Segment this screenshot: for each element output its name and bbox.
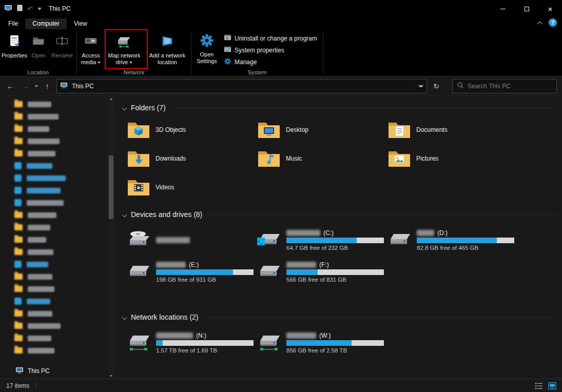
folder-item-videos[interactable]: Videos <box>122 173 252 202</box>
collapse-section-icon[interactable] <box>122 315 127 320</box>
rename-button[interactable]: Rename <box>49 30 75 68</box>
folder-name: Documents <box>416 126 448 133</box>
properties-quick-icon[interactable] <box>17 5 23 13</box>
folder-icon <box>127 120 150 141</box>
folder-item-downloads[interactable]: Downloads <box>122 144 252 173</box>
folder-item-documents[interactable]: Documents <box>382 115 513 144</box>
nav-item[interactable] <box>0 270 108 283</box>
group-label-system: System <box>192 69 322 75</box>
properties-button[interactable]: Properties <box>1 30 28 68</box>
this-pc-icon <box>15 367 24 376</box>
folder-icon <box>14 347 23 354</box>
network-drive-item-w[interactable]: (W:) 856 GB free of 2.58 TB <box>252 327 382 359</box>
nav-item[interactable] <box>0 307 108 320</box>
drive-item-dvd[interactable] <box>122 224 252 256</box>
tab-file[interactable]: File <box>1 18 25 29</box>
this-pc-label: This PC <box>28 367 50 375</box>
up-button[interactable]: ↑ <box>41 80 53 92</box>
nav-item[interactable] <box>0 135 108 147</box>
back-button[interactable]: ← <box>4 80 16 92</box>
tab-view[interactable]: View <box>67 18 94 29</box>
collapse-section-icon[interactable] <box>122 212 127 217</box>
dropdown-caret-icon <box>98 62 101 64</box>
nav-item[interactable] <box>0 209 108 221</box>
details-view-button[interactable] <box>534 381 544 390</box>
help-icon[interactable]: ? <box>549 18 557 27</box>
scroll-down-icon[interactable]: ▼ <box>108 374 114 378</box>
drive-item-d[interactable]: (D:) 82.8 GB free of 465 GB <box>382 224 513 256</box>
recent-locations-dropdown-icon[interactable] <box>35 85 38 87</box>
network-drive-icon <box>117 33 132 50</box>
capacity-bar <box>417 238 514 243</box>
collapse-section-icon[interactable] <box>122 105 127 110</box>
nav-item[interactable] <box>0 197 108 209</box>
section-header-folders[interactable]: Folders (7) <box>123 102 557 113</box>
scroll-up-icon[interactable]: ▲ <box>108 97 114 101</box>
redacted-label <box>28 212 56 218</box>
nav-item[interactable] <box>0 123 108 135</box>
folder-icon <box>387 120 411 141</box>
ribbon: Properties Open Rename Location <box>0 29 562 76</box>
sidebar-item-this-pc[interactable]: This PC <box>0 364 108 378</box>
customize-toolbar-dropdown-icon[interactable] <box>37 8 42 10</box>
address-dropdown-icon[interactable] <box>418 85 423 87</box>
uninstall-button[interactable]: Uninstall or change a program <box>224 33 317 44</box>
maximize-button[interactable] <box>515 0 538 17</box>
nav-item[interactable] <box>0 320 108 332</box>
manage-button[interactable]: Manage <box>224 56 317 67</box>
redacted-label <box>28 336 51 341</box>
app-icon <box>14 298 22 305</box>
open-settings-button[interactable]: Open Settings <box>193 30 221 68</box>
redacted-label <box>28 311 52 317</box>
folder-item-3d-objects[interactable]: 3D Objects <box>122 115 252 144</box>
nav-item[interactable] <box>0 258 108 270</box>
nav-item[interactable] <box>0 98 108 110</box>
open-button[interactable]: Open <box>28 30 49 68</box>
refresh-button[interactable]: ↻ <box>430 80 442 92</box>
network-drive-item-n[interactable]: (N:) 1.57 TB free of 1.69 TB <box>122 327 252 359</box>
add-network-location-button[interactable]: Add a network location <box>145 30 189 68</box>
redacted-drive-label <box>156 237 190 243</box>
nav-item[interactable] <box>0 160 108 172</box>
nav-item[interactable] <box>0 233 108 246</box>
system-properties-button[interactable]: System properties <box>224 45 317 55</box>
collapse-ribbon-icon[interactable] <box>537 21 542 26</box>
nav-item[interactable] <box>0 110 108 123</box>
undo-icon[interactable]: ↶ <box>27 5 33 13</box>
folder-item-pictures[interactable]: Pictures <box>382 144 513 173</box>
nav-item[interactable] <box>0 344 108 357</box>
access-media-button[interactable]: Access media <box>79 30 103 68</box>
search-input[interactable] <box>468 83 552 90</box>
nav-item[interactable] <box>0 283 108 295</box>
nav-item[interactable] <box>0 246 108 258</box>
close-button[interactable]: × <box>538 0 562 17</box>
tab-computer[interactable]: Computer <box>25 18 67 29</box>
map-network-drive-button[interactable]: Map network drive <box>103 30 145 68</box>
capacity-bar-fill <box>156 340 163 346</box>
section-title: Folders (7) <box>131 104 166 112</box>
nav-item[interactable] <box>0 147 108 160</box>
nav-item[interactable] <box>0 332 108 344</box>
section-header-devices[interactable]: Devices and drives (8) <box>123 209 557 220</box>
folder-item-desktop[interactable]: Desktop <box>252 115 382 144</box>
drive-letter: (W:) <box>319 332 331 339</box>
address-bar[interactable]: This PC <box>56 79 427 93</box>
drive-item-e[interactable]: (E:) 198 GB free of 931 GB <box>122 256 252 288</box>
large-icons-view-button[interactable] <box>548 381 557 390</box>
nav-item[interactable] <box>0 172 108 184</box>
nav-item[interactable] <box>0 184 108 197</box>
drive-item-c[interactable]: (C:) 64.7 GB free of 232 GB <box>252 224 382 256</box>
drive-item-f[interactable]: (F:) 566 GB free of 831 GB <box>252 256 382 288</box>
section-header-network[interactable]: Network locations (2) <box>123 311 557 323</box>
nav-item[interactable] <box>0 295 108 307</box>
folder-name: 3D Objects <box>156 126 186 133</box>
scroll-thumb[interactable] <box>109 155 113 219</box>
folder-item-music[interactable]: Music <box>252 144 382 173</box>
nav-scrollbar[interactable]: ▲ ▼ <box>108 96 114 379</box>
search-box[interactable] <box>452 79 557 93</box>
redacted-label <box>28 139 60 144</box>
minimize-button[interactable] <box>491 0 515 17</box>
redacted-label <box>28 274 52 280</box>
forward-button[interactable]: → <box>20 80 32 92</box>
nav-item[interactable] <box>0 221 108 233</box>
